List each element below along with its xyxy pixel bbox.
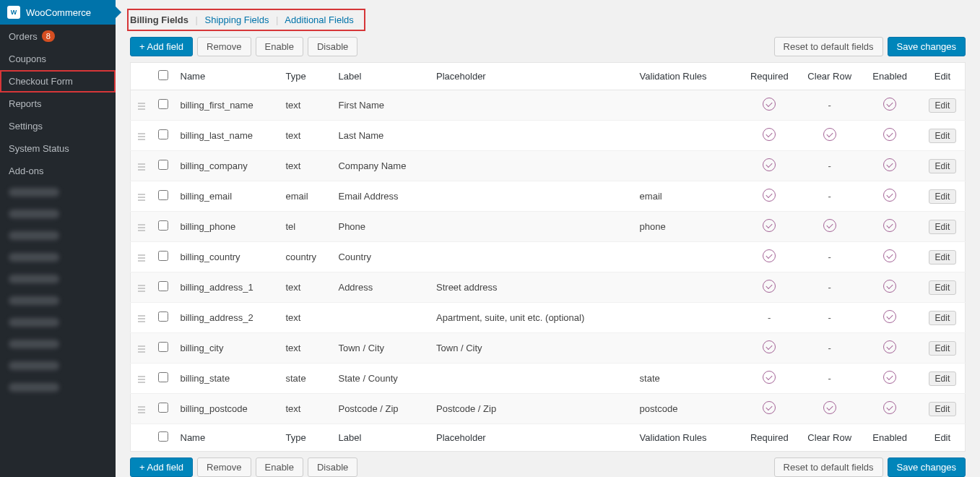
drag-handle-icon[interactable] xyxy=(131,90,152,121)
edit-row-button[interactable]: Edit xyxy=(929,98,957,113)
add-field-button[interactable]: + Add field xyxy=(130,37,193,56)
cell-label: Company Name xyxy=(332,151,430,181)
disable-button[interactable]: Disable xyxy=(308,37,357,56)
woo-logo-icon: W xyxy=(7,6,20,19)
col-header-validation[interactable]: Validation Rules xyxy=(634,63,740,90)
table-row: billing_last_nametextLast NameEdit xyxy=(131,121,966,151)
col-footer-name[interactable]: Name xyxy=(175,424,280,452)
row-checkbox[interactable] xyxy=(158,311,168,322)
sidebar-item-label: Reports xyxy=(9,98,42,109)
check-circle-icon xyxy=(883,98,896,111)
sidebar-item-add-ons[interactable]: Add-ons xyxy=(0,160,116,182)
dash-icon: - xyxy=(828,252,831,262)
row-checkbox[interactable] xyxy=(158,220,168,231)
tab-billing-fields[interactable]: Billing Fields xyxy=(130,14,188,25)
sidebar-blurred-item xyxy=(0,247,116,269)
drag-handle-icon[interactable] xyxy=(131,394,152,424)
table-row: billing_statestateState / Countystate-Ed… xyxy=(131,364,966,394)
edit-row-button[interactable]: Edit xyxy=(929,220,957,234)
reset-button-bottom[interactable]: Reset to default fields xyxy=(774,457,883,477)
col-header-enabled[interactable]: Enabled xyxy=(859,63,919,90)
drag-handle-icon[interactable] xyxy=(131,303,152,333)
sidebar-item-orders[interactable]: Orders8 xyxy=(0,25,116,48)
sidebar-header[interactable]: W WooCommerce xyxy=(0,0,116,25)
cell-label: State / County xyxy=(332,364,430,394)
col-footer-required[interactable]: Required xyxy=(740,424,799,452)
enable-button-bottom[interactable]: Enable xyxy=(256,457,303,477)
cell-clear-row: - xyxy=(799,272,859,303)
tab-shipping-fields[interactable]: Shipping Fields xyxy=(205,14,269,25)
save-changes-button-bottom[interactable]: Save changes xyxy=(888,457,966,477)
enable-button[interactable]: Enable xyxy=(256,37,303,56)
select-all-checkbox-footer[interactable] xyxy=(158,431,168,442)
row-checkbox[interactable] xyxy=(158,342,168,352)
sidebar-item-reports[interactable]: Reports xyxy=(0,93,116,115)
row-checkbox[interactable] xyxy=(158,372,168,382)
col-header-required[interactable]: Required xyxy=(740,63,799,90)
edit-row-button[interactable]: Edit xyxy=(929,402,957,416)
col-header-label[interactable]: Label xyxy=(332,63,430,90)
edit-row-button[interactable]: Edit xyxy=(929,280,957,295)
save-changes-button[interactable]: Save changes xyxy=(888,37,966,56)
drag-handle-icon[interactable] xyxy=(131,242,152,272)
remove-button-bottom[interactable]: Remove xyxy=(197,457,251,477)
col-header-type[interactable]: Type xyxy=(279,63,332,90)
cell-required xyxy=(740,333,799,364)
cell-placeholder: Postcode / Zip xyxy=(430,394,634,424)
cell-validation: email xyxy=(634,181,740,212)
col-header-clear-row[interactable]: Clear Row xyxy=(799,63,859,90)
row-checkbox[interactable] xyxy=(158,251,168,261)
cell-required xyxy=(740,151,799,181)
edit-row-button[interactable]: Edit xyxy=(929,371,957,386)
sidebar-item-checkout-form[interactable]: Checkout Form xyxy=(0,70,116,93)
disable-button-bottom[interactable]: Disable xyxy=(308,457,357,477)
col-footer-label[interactable]: Label xyxy=(332,424,430,452)
cell-placeholder xyxy=(430,181,634,212)
sidebar-item-label: Checkout Form xyxy=(9,76,73,87)
row-checkbox[interactable] xyxy=(158,190,168,200)
cell-required xyxy=(740,181,799,212)
drag-handle-icon[interactable] xyxy=(131,333,152,364)
cell-clear-row: - xyxy=(799,151,859,181)
sidebar-item-coupons[interactable]: Coupons xyxy=(0,48,116,70)
tab-additional-fields[interactable]: Additional Fields xyxy=(285,14,353,25)
edit-row-button[interactable]: Edit xyxy=(929,311,957,325)
col-footer-clear-row[interactable]: Clear Row xyxy=(799,424,859,452)
col-header-name[interactable]: Name xyxy=(175,63,280,90)
col-header-placeholder[interactable]: Placeholder xyxy=(430,63,634,90)
row-checkbox[interactable] xyxy=(158,160,168,170)
drag-handle-icon[interactable] xyxy=(131,121,152,151)
row-checkbox[interactable] xyxy=(158,281,168,291)
col-footer-enabled[interactable]: Enabled xyxy=(859,424,919,452)
cell-enabled xyxy=(859,121,919,151)
drag-handle-icon[interactable] xyxy=(131,272,152,303)
edit-row-button[interactable]: Edit xyxy=(929,250,957,265)
select-all-checkbox[interactable] xyxy=(158,70,168,80)
row-checkbox[interactable] xyxy=(158,403,168,413)
cell-placeholder: Street address xyxy=(430,272,634,303)
col-footer-validation[interactable]: Validation Rules xyxy=(634,424,740,452)
edit-row-button[interactable]: Edit xyxy=(929,159,957,173)
reset-button[interactable]: Reset to default fields xyxy=(774,37,883,56)
col-footer-placeholder[interactable]: Placeholder xyxy=(430,424,634,452)
drag-handle-icon[interactable] xyxy=(131,212,152,242)
cell-placeholder: Apartment, suite, unit etc. (optional) xyxy=(430,303,634,333)
drag-handle-icon[interactable] xyxy=(131,151,152,181)
col-footer-edit: Edit xyxy=(920,424,966,452)
cell-validation xyxy=(634,333,740,364)
row-checkbox[interactable] xyxy=(158,129,168,139)
cell-name: billing_company xyxy=(175,151,280,181)
add-field-button-bottom[interactable]: + Add field xyxy=(130,457,193,477)
drag-handle-icon[interactable] xyxy=(131,364,152,394)
drag-handle-icon[interactable] xyxy=(131,181,152,212)
sidebar-item-system-status[interactable]: System Status xyxy=(0,137,116,160)
sidebar-item-settings[interactable]: Settings xyxy=(0,115,116,137)
edit-row-button[interactable]: Edit xyxy=(929,129,957,143)
cell-placeholder: Town / City xyxy=(430,333,634,364)
edit-row-button[interactable]: Edit xyxy=(929,341,957,356)
row-checkbox[interactable] xyxy=(158,99,168,109)
col-footer-type[interactable]: Type xyxy=(279,424,332,452)
remove-button[interactable]: Remove xyxy=(197,37,251,56)
edit-row-button[interactable]: Edit xyxy=(929,189,957,204)
cell-label: Country xyxy=(332,242,430,272)
